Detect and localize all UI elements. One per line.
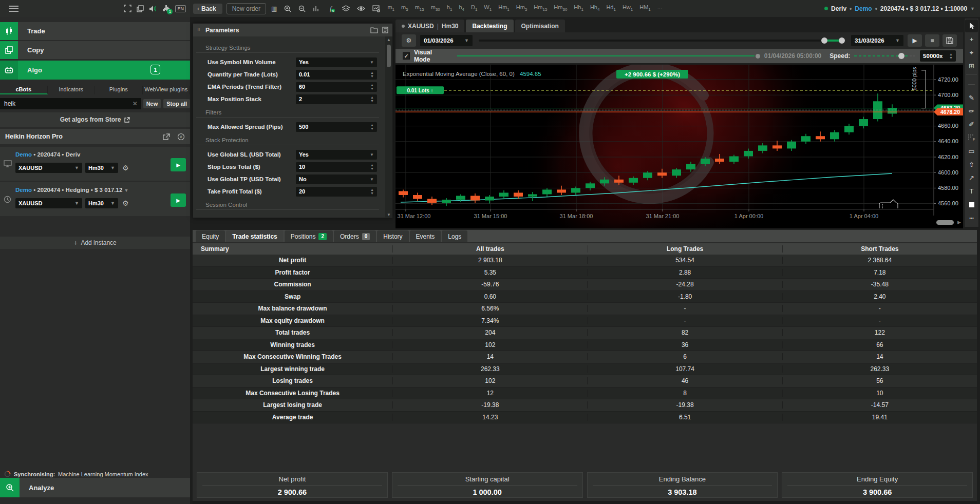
- sound-icon[interactable]: [149, 5, 157, 12]
- sidebar-item-copy[interactable]: Copy: [0, 41, 190, 59]
- backtest-range-slider[interactable]: [479, 40, 845, 42]
- timeframe-button[interactable]: m1: [387, 5, 394, 12]
- param-stepper[interactable]: 20▲▼: [296, 187, 377, 197]
- timeframe-button[interactable]: h4: [459, 5, 464, 12]
- speed-handle[interactable]: [898, 53, 904, 59]
- cursor-icon[interactable]: [965, 20, 978, 32]
- tab-events[interactable]: Events: [410, 230, 441, 242]
- timeframe-button[interactable]: m30: [431, 5, 440, 12]
- layers-icon[interactable]: [342, 5, 350, 12]
- param-stepper[interactable]: 10▲▼: [296, 162, 377, 172]
- timeframe-button[interactable]: D1: [471, 5, 477, 12]
- pattern-icon[interactable]: F: [965, 131, 978, 144]
- swatch-icon[interactable]: [965, 198, 978, 211]
- parameters-header[interactable]: ⠿ Parameters: [193, 24, 392, 36]
- timeframe-button[interactable]: HM1: [639, 5, 651, 12]
- sidebar-item-analyze[interactable]: Analyze: [0, 478, 190, 497]
- sidebar-item-trade[interactable]: Trade: [0, 22, 190, 40]
- save-backtest-icon[interactable]: [943, 34, 957, 47]
- clear-search-icon[interactable]: ✕: [133, 100, 141, 107]
- gear-icon[interactable]: ⚙: [122, 164, 129, 172]
- back-button[interactable]: ‹Back: [193, 4, 222, 14]
- crosshair-box-icon[interactable]: ⊞: [965, 60, 978, 72]
- eraser-icon[interactable]: ✐: [965, 118, 978, 131]
- new-order-button[interactable]: New order: [227, 3, 266, 14]
- backtest-settings-gear-icon[interactable]: ⚙: [402, 34, 416, 47]
- hamburger-menu-icon[interactable]: [9, 5, 18, 12]
- param-select[interactable]: Yes▼: [296, 150, 377, 160]
- tab-plugins[interactable]: Plugins: [95, 86, 143, 94]
- fbot-icon[interactable]: f6: [327, 5, 335, 12]
- crosshair-dot-icon[interactable]: ⌖: [965, 46, 978, 59]
- text-icon[interactable]: T: [965, 185, 978, 198]
- timeframe-button[interactable]: m5: [401, 5, 408, 12]
- chart-settings-icon[interactable]: ⚙: [372, 5, 380, 12]
- chart-scrollbar[interactable]: [936, 220, 954, 225]
- visual-mode-checkbox[interactable]: ✓: [403, 52, 410, 60]
- zoom-out-icon[interactable]: [298, 5, 306, 12]
- language-selector[interactable]: EN: [175, 5, 186, 12]
- timeframe-button[interactable]: m15: [415, 5, 424, 12]
- tab-orders[interactable]: Orders0: [334, 230, 376, 242]
- tab-optimisation[interactable]: Optimisation: [515, 20, 565, 32]
- start-date-dropdown[interactable]: 01/03/2026▼: [420, 35, 473, 46]
- progress-handle[interactable]: [756, 54, 760, 59]
- chart-scroll-right-icon[interactable]: ▶: [957, 220, 961, 225]
- param-select[interactable]: Yes▼: [296, 57, 377, 67]
- timeframe-dropdown[interactable]: Hm30▼: [85, 163, 118, 173]
- trend-icon[interactable]: ↗: [965, 171, 978, 184]
- gear-icon[interactable]: ⚙: [122, 199, 129, 207]
- range-handle-start[interactable]: [821, 37, 827, 44]
- search-input[interactable]: heik: [0, 98, 141, 109]
- line-icon[interactable]: —: [965, 78, 978, 91]
- plugins-icon[interactable]: 1: [162, 5, 170, 12]
- account-selector[interactable]: Deriv • Demo • 2020474 • $ 3 017.12 • 1:…: [824, 5, 980, 12]
- end-date-dropdown[interactable]: 31/03/2026▼: [851, 35, 903, 46]
- symbol-dropdown[interactable]: XAUUSD▼: [15, 163, 82, 173]
- timeframe-button[interactable]: Hm1: [498, 5, 510, 12]
- param-stepper[interactable]: 2▲▼: [296, 94, 377, 104]
- chart-tab-symbol[interactable]: XAUUSD | Hm30: [395, 20, 464, 32]
- param-select[interactable]: No▼: [296, 175, 377, 184]
- stop-backtest-button[interactable]: ■: [925, 34, 939, 47]
- folder-icon[interactable]: [370, 27, 378, 33]
- tab-backtesting[interactable]: Backtesting: [466, 20, 513, 32]
- stop-all-button[interactable]: Stop all: [163, 99, 190, 108]
- zoom-in-icon[interactable]: [284, 5, 291, 12]
- timeframe-button[interactable]: W1: [484, 5, 492, 12]
- timeframe-button[interactable]: Hd1: [606, 5, 616, 12]
- symbol-dropdown[interactable]: XAUUSD▼: [15, 198, 82, 208]
- param-stepper[interactable]: 0.01▲▼: [296, 70, 377, 80]
- timeframes-more-button[interactable]: ...: [657, 5, 662, 10]
- add-instance-button[interactable]: +Add instance: [0, 237, 190, 249]
- timeframe-button[interactable]: Hm5: [516, 5, 527, 12]
- param-stepper[interactable]: 500▲▼: [296, 122, 377, 132]
- timeframe-button[interactable]: Hm30: [554, 5, 567, 12]
- algo-source-icon[interactable]: #: [177, 133, 185, 141]
- tab-positions[interactable]: Positions2: [285, 230, 333, 242]
- timeframe-dropdown[interactable]: Hm30▼: [85, 198, 118, 208]
- play-backtest-button[interactable]: ▶: [908, 34, 922, 47]
- marker-icon[interactable]: ✏: [965, 105, 978, 118]
- play-button[interactable]: ▶: [171, 158, 186, 171]
- timeframe-button[interactable]: h1: [447, 5, 453, 12]
- pencil-icon[interactable]: ✎: [965, 91, 978, 104]
- more-icon[interactable]: •••: [965, 211, 978, 224]
- shape-icon[interactable]: ▭: [965, 145, 978, 158]
- crosshair-icon[interactable]: +: [965, 33, 978, 46]
- fullscreen-icon[interactable]: [124, 5, 131, 12]
- timeframe-button[interactable]: Hw1: [623, 5, 633, 12]
- sidebar-item-algo[interactable]: Algo 1: [0, 61, 190, 80]
- indicator-icon[interactable]: [313, 5, 320, 12]
- cbot-list-item[interactable]: Heikin Horizon Pro #: [0, 129, 190, 144]
- param-stepper[interactable]: 60▲▼: [296, 82, 377, 92]
- eye-icon[interactable]: [357, 6, 365, 11]
- notes-icon[interactable]: [382, 27, 388, 33]
- tab-trade-statistics[interactable]: Trade statistics: [226, 230, 283, 242]
- speed-stepper[interactable]: 50000x ▲▼: [920, 50, 956, 62]
- share-icon[interactable]: [163, 133, 170, 140]
- windows-icon[interactable]: [137, 5, 144, 12]
- new-cbot-button[interactable]: New: [143, 99, 161, 108]
- tab-history[interactable]: History: [377, 230, 408, 242]
- tab-equity[interactable]: Equity: [196, 230, 225, 242]
